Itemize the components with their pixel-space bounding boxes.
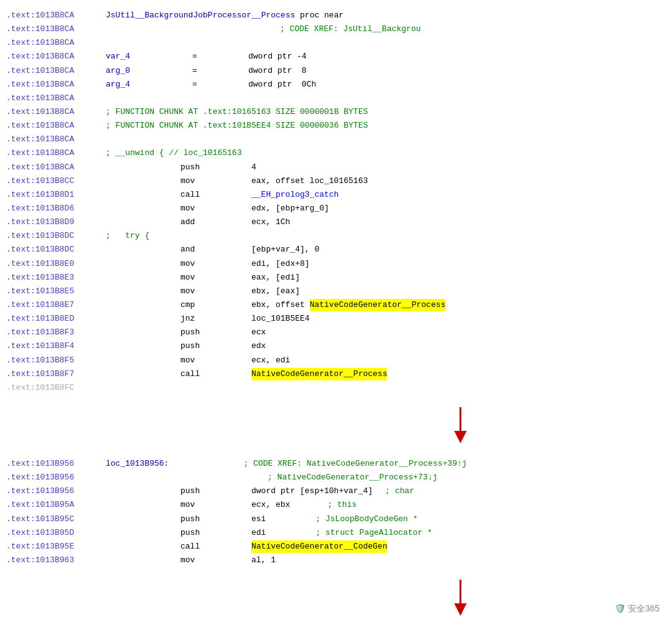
address: .text:1013B8FC	[6, 382, 106, 394]
code-line: .text:1013B8CA ; FUNCTION CHUNK AT .text…	[0, 119, 672, 133]
code-line: .text:1013B8E7 cmp ebx, offset NativeCod…	[0, 298, 672, 312]
code-line: .text:1013B8CA	[0, 36, 672, 50]
operand: edx	[251, 340, 266, 352]
address: .text:1013B8CA	[6, 133, 106, 146]
address: .text:1013B8CA	[6, 50, 106, 63]
address: .text:1013B8ED	[6, 313, 106, 325]
code-line: .text:1013B95E call NativeCodeGenerator_…	[0, 540, 672, 554]
mnemonic: add	[180, 216, 236, 229]
mnemonic: jnz	[180, 313, 236, 325]
address: .text:1013B8CA	[6, 120, 106, 132]
operand: ecx, edi	[251, 354, 290, 367]
code-line: .text:1013B8CA	[0, 92, 672, 105]
address: .text:1013B8F4	[6, 340, 106, 352]
code-line: .text:1013B8CA JsUtil__BackgroundJobProc…	[0, 9, 672, 22]
mnemonic: push	[180, 161, 236, 174]
mnemonic: cmp	[180, 299, 236, 311]
operand: edx, [ebp+arg_0]	[251, 202, 329, 215]
code-line: .text:1013B8CA arg_4 = dword ptr 0Ch	[0, 78, 672, 92]
comment: ; FUNCTION CHUNK AT .text:101B5EE4 SIZE …	[106, 120, 368, 132]
mnemonic: and	[180, 243, 236, 256]
operand: dword ptr 8	[248, 65, 307, 77]
code-line: .text:1013B8F7 call NativeCodeGenerator_…	[0, 367, 672, 381]
code-line: .text:1013B8D6 mov edx, [ebp+arg_0]	[0, 202, 672, 215]
section-2: .text:1013B956 loc_1013B956: ; CODE XREF…	[0, 453, 672, 571]
code-line: .text:1013B956 loc_1013B956: ; CODE XREF…	[0, 457, 672, 471]
code-line: .text:1013B8D1 call __EH_prolog3_catch	[0, 188, 672, 202]
address: .text:1013B8DC	[6, 243, 106, 256]
svg-marker-1	[454, 431, 467, 443]
address: .text:1013B8CA	[6, 65, 106, 77]
func-label: JsUtil__BackgroundJobProcessor__Process	[106, 9, 295, 22]
watermark-icon: 🛡️	[615, 603, 625, 613]
code-line: .text:1013B8ED jnz loc_101B5EE4	[0, 312, 672, 326]
var-name: var_4	[106, 50, 130, 63]
address: .text:1013B8CA	[6, 106, 106, 118]
mnemonic: mov	[180, 499, 236, 511]
code-line: .text:1013B8DC and [ebp+var_4], 0	[0, 243, 672, 257]
call-target: __EH_prolog3_catch	[251, 189, 338, 201]
watermark-text: 安全365	[628, 603, 660, 613]
code-line: .text:1013B8F4 push edx	[0, 339, 672, 353]
address: .text:1013B95C	[6, 513, 106, 526]
operand: esi	[251, 513, 266, 526]
operand: eax, offset loc_10165163	[251, 175, 368, 187]
operand: al, 1	[251, 554, 276, 567]
mnemonic: mov	[180, 554, 236, 567]
address: .text:1013B8E0	[6, 258, 106, 270]
operand: edi, [edx+8]	[251, 258, 310, 270]
mnemonic: =	[192, 50, 248, 63]
operand: [ebp+var_4], 0	[251, 243, 319, 256]
address: .text:1013B8E7	[6, 299, 106, 311]
code-line: .text:1013B8CA ; __unwind { // loc_10165…	[0, 146, 672, 160]
code-line: .text:1013B8F5 mov ecx, edi	[0, 354, 672, 367]
address: .text:1013B8D1	[6, 189, 106, 201]
code-line: .text:1013B8CA var_4 = dword ptr -4	[0, 50, 672, 64]
code-line: .text:1013B8CA	[0, 133, 672, 146]
mnemonic: call	[180, 540, 236, 553]
operand: ecx, ebx	[251, 499, 290, 511]
address: .text:1013B956	[6, 485, 106, 497]
address: .text:1013B8F3	[6, 326, 106, 339]
mnemonic: push	[180, 326, 236, 339]
mnemonic: push	[180, 340, 236, 352]
comment: ; try {	[106, 230, 149, 242]
address: .text:1013B8CC	[6, 175, 106, 187]
address: .text:1013B8E5	[6, 285, 106, 298]
address: .text:1013B8D6	[6, 202, 106, 215]
xref-comment: ; CODE XREF: JsUtil__Backgrou	[280, 23, 421, 35]
code-container: .text:1013B8CA JsUtil__BackgroundJobProc…	[0, 0, 672, 627]
address: .text:1013B8CA	[6, 78, 106, 91]
code-line: .text:1013B95D push edi ; struct PageAll…	[0, 526, 672, 540]
mnemonic: mov	[180, 202, 236, 215]
address: .text:1013B963	[6, 554, 106, 567]
var-name: arg_0	[106, 65, 130, 77]
address: .text:1013B8CA	[6, 92, 106, 105]
down-arrow-svg-2	[452, 580, 469, 617]
mnemonic: mov	[180, 285, 236, 298]
mnemonic: push	[180, 485, 236, 497]
highlighted-symbol: NativeCodeGenerator__Process	[251, 368, 387, 380]
address: .text:1013B8CA	[6, 23, 106, 35]
code-line: .text:1013B956 push dword ptr [esp+10h+v…	[0, 484, 672, 498]
code-line: .text:1013B963 mov al, 1	[0, 554, 672, 567]
mnemonic: call	[180, 368, 236, 380]
comment: ; JsLoopBodyCodeGen *	[315, 513, 418, 526]
address: .text:1013B8D9	[6, 216, 106, 229]
code-line: .text:1013B8CA push 4	[0, 161, 672, 174]
operand: dword ptr [esp+10h+var_4]	[251, 485, 373, 497]
code-line: .text:1013B95C push esi ; JsLoopBodyCode…	[0, 512, 672, 526]
code-line: .text:1013B8CA ; FUNCTION CHUNK AT .text…	[0, 105, 672, 119]
code-line: .text:1013B8E0 mov edi, [edx+8]	[0, 257, 672, 271]
operand: dword ptr -4	[248, 50, 307, 63]
operand: ebx, offset	[251, 299, 310, 311]
address: .text:1013B8E3	[6, 271, 106, 284]
address: .text:1013B95D	[6, 527, 106, 539]
operand: dword ptr 0Ch	[248, 78, 316, 91]
svg-marker-3	[454, 603, 467, 616]
code-line: .text:1013B8CA ; CODE XREF: JsUtil__Back…	[0, 22, 672, 36]
mnemonic: mov	[180, 175, 236, 187]
address: .text:1013B8F7	[6, 368, 106, 380]
comment: ; NativeCodeGenerator__Process+73↓j	[268, 471, 437, 484]
code-line: .text:1013B8D9 add ecx, 1Ch	[0, 215, 672, 229]
